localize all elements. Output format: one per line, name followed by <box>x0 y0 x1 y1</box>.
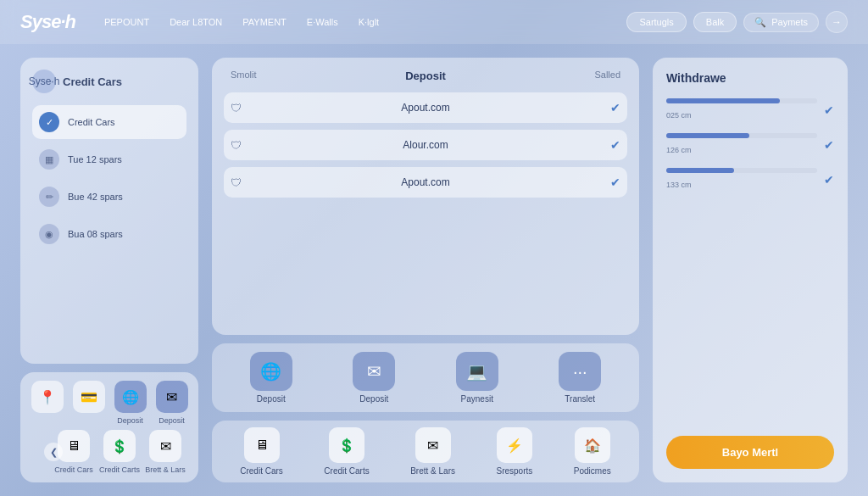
deposit-icon-btn-left[interactable]: 🌐 Deposit <box>112 381 148 425</box>
bar-label-1: 126 cm <box>666 146 692 154</box>
sidebar-item-bua08[interactable]: ◉ Bua 08 spars <box>32 217 186 251</box>
second-creditcarts[interactable]: 💲 Credit Carts <box>324 427 369 476</box>
balk-button[interactable]: Balk <box>693 12 737 32</box>
creditcars-label: Credit Cars <box>54 465 93 474</box>
deposit-label-right: Deposit <box>159 416 185 425</box>
action-label-2: Paynesit <box>461 394 493 404</box>
globe-icon: 🌐 <box>114 381 147 413</box>
bar-container-1: 126 cm <box>666 133 817 156</box>
sidebar-item-bue42[interactable]: ✏ Bue 42 spars <box>32 180 186 214</box>
bar-label-0: 025 cm <box>666 111 692 120</box>
main-content: Syse·h Credit Cars ✓ Credit Cars ▦ Tue 1… <box>0 44 868 496</box>
sidebar-left-arrow[interactable]: ❮ <box>44 443 63 461</box>
creditcarts-icon-btn[interactable]: 💲 Credit Carts <box>98 430 141 474</box>
nav-pepount[interactable]: PEPOUNT <box>96 14 158 31</box>
sartugls-button[interactable]: Sartugls <box>626 12 686 32</box>
action-label-0: Deposit <box>257 394 286 404</box>
brett-label: Brett & Lars <box>145 465 186 474</box>
monitor-icon: 🖥 <box>58 430 90 462</box>
action-paynesit[interactable]: 💻 Paynesit <box>456 352 498 404</box>
action-label-3: Translet <box>565 394 595 404</box>
withdraw-row-1: 126 cm ✔ <box>666 133 834 156</box>
nav-ewalls[interactable]: E·Walls <box>298 14 347 31</box>
right-panel: Withdrawe 025 cm ✔ 126 <box>653 58 848 482</box>
search-text: Paymets <box>771 17 808 27</box>
search-bar[interactable]: 🔍 Paymets <box>743 13 819 32</box>
bar-fill-0 <box>666 98 780 103</box>
table-row-0: 🛡 Apout.com ✔ <box>224 92 627 123</box>
edit-icon: ✏ <box>39 187 59 207</box>
location-icon: 📍 <box>31 381 64 413</box>
withdraw-check-1: ✔ <box>824 138 834 152</box>
sidebar-title: Credit Cars <box>63 75 122 88</box>
second-sresports[interactable]: ⚡ Sresports <box>497 427 533 476</box>
action-label-1: Deposit <box>359 394 388 404</box>
menu-label-2: Bue 42 spars <box>68 192 123 202</box>
second-label-2: Brett & Lars <box>410 466 455 476</box>
middle-panel: Smolit Deposit Salled 🛡 Apout.com ✔ 🛡 Al… <box>212 58 639 482</box>
bolt-icon: ⚡ <box>497 427 532 463</box>
header-right: Sartugls Balk 🔍 Paymets → <box>626 11 848 33</box>
col-salled: Salled <box>553 70 620 82</box>
back-button[interactable]: Syse·h <box>32 70 56 93</box>
bar-bg-1 <box>666 133 817 138</box>
row-domain-2: Apout.com <box>298 176 553 188</box>
brett-icon-btn[interactable]: ✉ Brett & Lars <box>144 430 186 474</box>
nav-payment[interactable]: PAYMENT <box>234 14 295 31</box>
nav-kl[interactable]: K·lglt <box>350 14 387 31</box>
sidebar-item-tue[interactable]: ▦ Tue 12 spars <box>32 142 186 176</box>
location-icon-btn[interactable]: 📍 <box>29 381 65 425</box>
search-icon: 🔍 <box>754 17 766 28</box>
withdraw-title: Withdrawe <box>666 71 834 85</box>
row-check-2: ✔ <box>553 176 620 189</box>
bar-fill-2 <box>666 168 734 173</box>
menu-label-1: Tue 12 spars <box>68 154 122 164</box>
deposit-label-left: Deposit <box>117 416 143 425</box>
deposit-icon-btn-right[interactable]: ✉ Deposit <box>153 381 190 425</box>
grid-icon: ▦ <box>39 149 59 170</box>
nav-bar: PEPOUNT Dear L8TON PAYMENT E·Walls K·lgl… <box>96 14 620 31</box>
dollar2-icon: 💲 <box>329 427 364 463</box>
table-row-2: 🛡 Apout.com ✔ <box>224 167 627 198</box>
nav-dear[interactable]: Dear L8TON <box>161 14 231 31</box>
withdraw-card: Withdrawe 025 cm ✔ 126 <box>653 58 848 482</box>
card-icon-btn[interactable]: 💳 <box>70 381 107 425</box>
second-label-4: Podicmes <box>574 466 611 476</box>
second-row-card: 🖥 Credit Cars 💲 Credit Carts ✉ Brett & L… <box>212 421 639 482</box>
action-deposit-globe[interactable]: 🌐 Deposit <box>250 352 292 404</box>
row-domain-0: Apout.com <box>298 102 553 114</box>
bar-fill-1 <box>666 133 749 138</box>
mail2-icon: ✉ <box>149 430 181 462</box>
creditcarts-label: Credit Carts <box>99 465 140 474</box>
bar-bg-0 <box>666 98 817 103</box>
globe-action-icon: 🌐 <box>250 352 292 391</box>
header-arrow-button[interactable]: → <box>826 11 848 33</box>
dots-action-icon: ··· <box>559 352 601 391</box>
menu-label-3: Bua 08 spars <box>68 229 123 239</box>
row-check-1: ✔ <box>553 138 620 152</box>
row-shield-icon-1: 🛡 <box>231 139 298 152</box>
withdraw-check-2: ✔ <box>824 173 834 187</box>
second-brett[interactable]: ✉ Brett & Lars <box>410 427 455 476</box>
quick-icon-row: 📍 💳 🌐 Deposit ✉ Deposit <box>29 381 190 425</box>
bar-container-2: 133 cm <box>666 168 817 191</box>
withdraw-check-0: ✔ <box>824 103 834 117</box>
menu-label-0: Credit Cars <box>68 117 115 127</box>
table-row-1: 🛡 Alour.com ✔ <box>224 130 627 160</box>
second-podicmes[interactable]: 🏠 Podicmes <box>574 427 611 476</box>
action-translet[interactable]: ··· Translet <box>559 352 601 404</box>
card-icon: 💳 <box>73 381 105 413</box>
left-panel: Syse·h Credit Cars ✓ Credit Cars ▦ Tue 1… <box>20 58 198 482</box>
second-label-3: Sresports <box>497 466 533 476</box>
col-smolit: Smolit <box>231 70 298 82</box>
second-creditcars[interactable]: 🖥 Credit Cars <box>240 427 283 476</box>
action-deposit-mail[interactable]: ✉ Deposit <box>353 352 395 404</box>
row-check-0: ✔ <box>553 101 620 114</box>
deposit-table-card: Smolit Deposit Salled 🛡 Apout.com ✔ 🛡 Al… <box>212 58 639 335</box>
sidebar-item-creditcars[interactable]: ✓ Credit Cars <box>32 105 186 139</box>
buy-button[interactable]: Bayo Mertl <box>666 436 834 469</box>
home-icon: 🏠 <box>575 427 610 463</box>
row-domain-1: Alour.com <box>298 139 553 151</box>
mail3-icon: ✉ <box>415 427 451 463</box>
withdraw-row-0: 025 cm ✔ <box>666 98 834 121</box>
